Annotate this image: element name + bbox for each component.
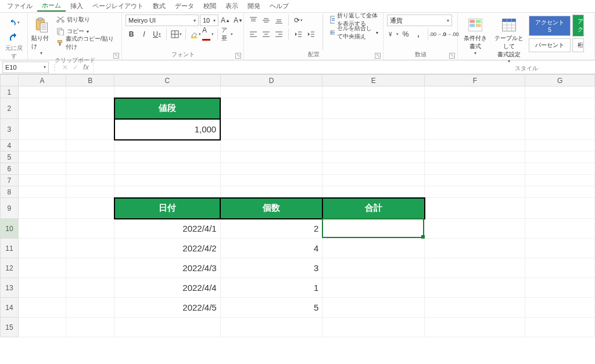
row-header-2[interactable]: 2 <box>1 98 19 119</box>
row-header-14[interactable]: 14 <box>1 298 19 318</box>
cell-date-header[interactable]: 日付 <box>114 198 221 219</box>
cell-style-more-1[interactable]: アク <box>572 15 584 37</box>
cell-total-header[interactable]: 合計 <box>322 198 425 219</box>
font-size-combo[interactable]: 10▾ <box>200 15 218 26</box>
svg-rect-1 <box>38 18 42 20</box>
cut-button[interactable]: 切り取り <box>55 15 118 25</box>
merge-center-button[interactable]: セルを結合して中央揃え ▾ <box>329 27 379 38</box>
col-header-C[interactable]: C <box>114 75 221 87</box>
tab-pagelayout[interactable]: ページレイアウト <box>88 2 148 10</box>
cell-count-header[interactable]: 個数 <box>220 198 322 219</box>
font-name-combo[interactable]: Meiryo UI▾ <box>126 15 199 26</box>
cell-price-value[interactable]: 1,000 <box>114 119 221 140</box>
align-middle-icon[interactable] <box>260 15 272 26</box>
row-header-11[interactable]: 11 <box>1 239 19 258</box>
row-header-12[interactable]: 12 <box>1 258 19 278</box>
increase-font-icon[interactable]: A▲ <box>220 15 231 26</box>
align-left-icon[interactable] <box>248 28 259 40</box>
cell-C12[interactable]: 2022/4/3 <box>114 258 221 278</box>
col-header-E[interactable]: E <box>322 75 425 87</box>
tab-data[interactable]: データ <box>170 2 199 10</box>
tab-formulas[interactable]: 数式 <box>148 2 170 10</box>
group-label-clipboard: クリップボード <box>31 56 118 66</box>
row-header-13[interactable]: 13 <box>1 278 19 298</box>
cell-D12[interactable]: 3 <box>220 258 322 278</box>
row-header-8[interactable]: 8 <box>1 186 19 198</box>
align-bottom-icon[interactable] <box>273 15 285 26</box>
cell-style-percent[interactable]: パーセント <box>529 38 571 52</box>
format-painter-button[interactable]: 書式のコピー/貼り付け <box>55 38 118 48</box>
underline-button[interactable]: U▾ <box>151 28 163 40</box>
col-header-F[interactable]: F <box>425 75 525 87</box>
paste-button[interactable]: 貼り付け▾ <box>31 15 52 56</box>
comma-button[interactable]: , <box>413 28 424 40</box>
orientation-button[interactable]: ⟳▾ <box>292 15 304 26</box>
tab-file[interactable]: ファイル <box>2 2 37 10</box>
number-format-combo[interactable]: 通貨▾ <box>387 15 452 26</box>
ribbon-tabs: ファイル ホーム 挿入 ページレイアウト 数式 データ 校閲 表示 開発 ヘルプ <box>0 0 595 13</box>
cell-D11[interactable]: 4 <box>220 239 322 258</box>
svg-rect-47 <box>503 19 516 22</box>
bold-button[interactable]: B <box>126 28 137 40</box>
row-header-1[interactable]: 1 <box>1 87 19 98</box>
ribbon: ▾ 元に戻す 貼り付け▾ 切り取り コピー ▾ 書式のコピー/貼り付け クリップ… <box>0 13 595 60</box>
row-header-10[interactable]: 10 <box>1 219 19 239</box>
format-as-table-button[interactable]: テーブルとして 書式設定▾ <box>493 15 525 64</box>
align-top-icon[interactable] <box>248 15 259 26</box>
col-header-G[interactable]: G <box>525 75 595 87</box>
decrease-decimal-icon[interactable]: .0→.00 <box>445 28 456 40</box>
clipboard-launcher[interactable]: ⤡ <box>113 53 119 59</box>
tab-review[interactable]: 校閲 <box>199 2 221 10</box>
tab-home[interactable]: ホーム <box>37 1 66 12</box>
tab-view[interactable]: 表示 <box>221 2 243 10</box>
row-header-9[interactable]: 9 <box>1 198 19 219</box>
select-all-corner[interactable] <box>1 75 19 87</box>
undo-button[interactable]: ▾ <box>8 17 20 28</box>
svg-text:¥: ¥ <box>388 31 392 38</box>
row-header-5[interactable]: 5 <box>1 152 19 163</box>
accounting-button[interactable]: ¥▾ <box>387 28 399 40</box>
tab-developer[interactable]: 開発 <box>243 2 265 10</box>
tab-insert[interactable]: 挿入 <box>66 2 88 10</box>
cell-C14[interactable]: 2022/4/5 <box>114 298 221 318</box>
decrease-font-icon[interactable]: A▼ <box>232 15 244 26</box>
svg-rect-13 <box>191 37 197 38</box>
row-header-7[interactable]: 7 <box>1 175 19 186</box>
cell-E10[interactable] <box>322 219 425 239</box>
row-header-3[interactable]: 3 <box>1 119 19 140</box>
borders-button[interactable]: ▾ <box>170 28 182 40</box>
row-header-6[interactable]: 6 <box>1 163 19 175</box>
wrap-text-button[interactable]: 折り返して全体を表示する <box>329 15 379 25</box>
percent-button[interactable]: % <box>400 28 411 40</box>
decrease-indent-icon[interactable] <box>292 28 304 40</box>
align-center-icon[interactable] <box>260 28 272 40</box>
cell-D13[interactable]: 1 <box>220 278 322 298</box>
col-header-D[interactable]: D <box>220 75 322 87</box>
redo-button[interactable] <box>8 32 20 44</box>
tab-help[interactable]: ヘルプ <box>265 2 293 10</box>
cell-D10[interactable]: 2 <box>220 219 322 239</box>
align-right-icon[interactable] <box>273 28 285 40</box>
cell-style-more-2[interactable]: 桁 <box>572 38 584 52</box>
alignment-launcher[interactable]: ⤡ <box>375 53 381 59</box>
number-launcher[interactable]: ⤡ <box>449 53 455 59</box>
cell-price-header[interactable]: 値段 <box>114 98 221 119</box>
phonetic-button[interactable]: ア亜▾ <box>221 28 233 40</box>
font-launcher[interactable]: ⤡ <box>235 53 241 59</box>
row-header-15[interactable]: 15 <box>1 318 19 337</box>
col-header-B[interactable]: B <box>66 75 114 87</box>
group-label-font: フォント <box>126 50 240 60</box>
font-color-button[interactable]: A▾ <box>202 28 214 40</box>
increase-indent-icon[interactable] <box>305 28 317 40</box>
spreadsheet-grid[interactable]: A B C D E F G 1 2 値段 3 1,000 4 5 6 7 8 9… <box>0 74 595 337</box>
cell-C11[interactable]: 2022/4/2 <box>114 239 221 258</box>
cell-style-accent5[interactable]: アクセント 5 <box>529 16 571 36</box>
fill-color-button[interactable]: ▾ <box>189 28 201 40</box>
cell-C13[interactable]: 2022/4/4 <box>114 278 221 298</box>
cell-C10[interactable]: 2022/4/1 <box>114 219 221 239</box>
col-header-A[interactable]: A <box>18 75 66 87</box>
italic-button[interactable]: I <box>138 28 150 40</box>
conditional-formatting-button[interactable]: 条件付き 書式▾ <box>461 15 489 56</box>
cell-D14[interactable]: 5 <box>220 298 322 318</box>
row-header-4[interactable]: 4 <box>1 140 19 152</box>
